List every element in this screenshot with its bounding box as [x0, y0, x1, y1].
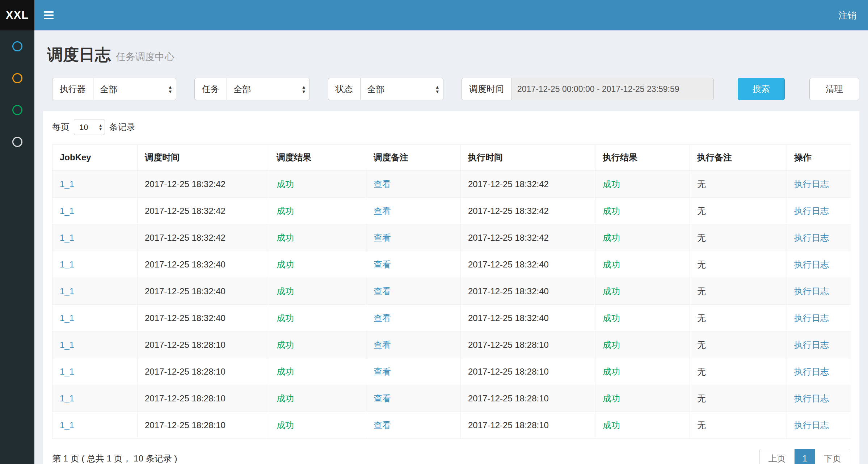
- trigger-msg-link[interactable]: 查看: [374, 340, 391, 350]
- status-select[interactable]: 全部: [361, 78, 443, 100]
- executor-filter-group: 执行器 全部 ▴▾: [52, 78, 176, 100]
- trigger-time-cell: 2017-12-25 18:32:42: [138, 198, 269, 224]
- handle-result-text: 成功: [603, 340, 620, 350]
- trigger-time-cell: 2017-12-25 18:32:42: [138, 171, 269, 198]
- executor-select[interactable]: 全部: [93, 78, 176, 100]
- exec-log-link[interactable]: 执行日志: [794, 206, 829, 216]
- handle-result-text: 成功: [603, 206, 620, 216]
- table-row: 1_1 2017-12-25 18:32:40 成功 查看 2017-12-25…: [52, 278, 851, 305]
- trigger-msg-link[interactable]: 查看: [374, 206, 391, 216]
- trigger-time-range-input[interactable]: [511, 78, 714, 100]
- jobkey-link[interactable]: 1_1: [60, 233, 74, 242]
- handle-msg-cell: 无: [690, 412, 787, 439]
- sidebar-item-2[interactable]: [0, 62, 34, 94]
- search-button[interactable]: 搜索: [738, 78, 785, 100]
- table-row: 1_1 2017-12-25 18:28:10 成功 查看 2017-12-25…: [52, 385, 851, 412]
- page-subtitle: 任务调度中心: [116, 50, 174, 63]
- trigger-result-text: 成功: [277, 313, 294, 323]
- trigger-time-cell: 2017-12-25 18:28:10: [138, 332, 269, 358]
- pagination: 上页 1 下页: [760, 449, 850, 464]
- app-root: XXL 注销 调度日志 任务调度中心: [0, 0, 868, 464]
- trigger-time-cell: 2017-12-25 18:32:40: [138, 305, 269, 332]
- column-header-trigger-time: 调度时间: [138, 145, 269, 171]
- table-row: 1_1 2017-12-25 18:28:10 成功 查看 2017-12-25…: [52, 358, 851, 385]
- trigger-msg-link[interactable]: 查看: [374, 420, 391, 430]
- log-table-box: 每页 10 ▴▾ 条记录 JobKey: [43, 111, 859, 464]
- page-title: 调度日志 任务调度中心: [47, 44, 859, 66]
- pagination-info: 第 1 页 ( 总共 1 页， 10 条记录 ): [52, 453, 177, 464]
- job-filter-label: 任务: [194, 78, 227, 100]
- exec-log-link[interactable]: 执行日志: [794, 340, 829, 350]
- executor-filter-label: 执行器: [52, 78, 93, 100]
- logout-link[interactable]: 注销: [838, 9, 856, 21]
- exec-log-link[interactable]: 执行日志: [794, 286, 829, 296]
- handle-time-cell: 2017-12-25 18:32:42: [461, 198, 595, 224]
- exec-log-link[interactable]: 执行日志: [794, 313, 829, 323]
- jobkey-link[interactable]: 1_1: [60, 420, 74, 430]
- trigger-msg-link[interactable]: 查看: [374, 313, 391, 323]
- jobkey-link[interactable]: 1_1: [60, 393, 74, 403]
- sidebar-toggle-button[interactable]: [34, 0, 63, 30]
- exec-log-link[interactable]: 执行日志: [794, 179, 829, 189]
- trigger-time-cell: 2017-12-25 18:32:40: [138, 251, 269, 278]
- handle-msg-cell: 无: [690, 251, 787, 278]
- handle-time-cell: 2017-12-25 18:28:10: [461, 412, 595, 439]
- table-row: 1_1 2017-12-25 18:32:42 成功 查看 2017-12-25…: [52, 171, 851, 198]
- exec-log-link[interactable]: 执行日志: [794, 393, 829, 403]
- status-filter-label: 状态: [328, 78, 360, 100]
- job-filter-group: 任务 全部 ▴▾: [194, 78, 310, 100]
- jobkey-link[interactable]: 1_1: [60, 260, 74, 269]
- column-header-action: 操作: [787, 145, 851, 171]
- handle-result-text: 成功: [603, 367, 620, 376]
- exec-log-link[interactable]: 执行日志: [794, 420, 829, 430]
- exec-log-link[interactable]: 执行日志: [794, 260, 829, 269]
- handle-msg-cell: 无: [690, 278, 787, 305]
- jobkey-link[interactable]: 1_1: [60, 313, 74, 323]
- trigger-result-text: 成功: [277, 286, 294, 296]
- navbar-main: 注销: [34, 0, 868, 30]
- log-table-body: 1_1 2017-12-25 18:32:42 成功 查看 2017-12-25…: [52, 171, 851, 439]
- app-logo[interactable]: XXL: [0, 0, 34, 30]
- page-title-text: 调度日志: [47, 44, 111, 66]
- sidebar-item-1[interactable]: [0, 30, 34, 62]
- trigger-msg-link[interactable]: 查看: [374, 233, 391, 242]
- trigger-msg-link[interactable]: 查看: [374, 286, 391, 296]
- per-page-select[interactable]: 10: [74, 119, 105, 135]
- exec-log-link[interactable]: 执行日志: [794, 367, 829, 376]
- jobkey-link[interactable]: 1_1: [60, 179, 74, 189]
- current-page-button[interactable]: 1: [795, 449, 815, 464]
- jobkey-link[interactable]: 1_1: [60, 367, 74, 376]
- handle-result-text: 成功: [603, 393, 620, 403]
- handle-result-text: 成功: [603, 260, 620, 269]
- table-header-row: JobKey 调度时间 调度结果 调度备注 执行时间 执行结果 执行备注 操作: [52, 145, 851, 171]
- trigger-time-filter-label: 调度时间: [462, 78, 511, 100]
- handle-msg-cell: 无: [690, 224, 787, 251]
- handle-result-text: 成功: [603, 286, 620, 296]
- handle-time-cell: 2017-12-25 18:28:10: [461, 385, 595, 412]
- exec-log-link[interactable]: 执行日志: [794, 233, 829, 242]
- sidebar-item-4[interactable]: [0, 126, 34, 158]
- column-header-handle-result: 执行结果: [595, 145, 690, 171]
- trigger-result-text: 成功: [277, 340, 294, 350]
- trigger-time-filter-group: 调度时间: [462, 78, 714, 100]
- job-select[interactable]: 全部: [227, 78, 309, 100]
- per-page-prefix-label: 每页: [52, 121, 69, 133]
- trigger-msg-link[interactable]: 查看: [374, 260, 391, 269]
- column-header-handle-msg: 执行备注: [690, 145, 787, 171]
- trigger-msg-link[interactable]: 查看: [374, 393, 391, 403]
- sidebar-item-3[interactable]: [0, 94, 34, 126]
- trigger-msg-link[interactable]: 查看: [374, 367, 391, 376]
- table-row: 1_1 2017-12-25 18:32:40 成功 查看 2017-12-25…: [52, 305, 851, 332]
- table-row: 1_1 2017-12-25 18:28:10 成功 查看 2017-12-25…: [52, 332, 851, 358]
- prev-page-button[interactable]: 上页: [759, 449, 795, 464]
- trigger-result-text: 成功: [277, 393, 294, 403]
- jobkey-link[interactable]: 1_1: [60, 206, 74, 216]
- next-page-button[interactable]: 下页: [815, 449, 850, 464]
- jobkey-link[interactable]: 1_1: [60, 286, 74, 296]
- trigger-msg-link[interactable]: 查看: [374, 179, 391, 189]
- circle-icon-orange: [12, 73, 22, 83]
- trigger-result-text: 成功: [277, 367, 294, 376]
- clear-button[interactable]: 清理: [809, 78, 859, 100]
- trigger-time-cell: 2017-12-25 18:28:10: [138, 385, 269, 412]
- jobkey-link[interactable]: 1_1: [60, 340, 74, 350]
